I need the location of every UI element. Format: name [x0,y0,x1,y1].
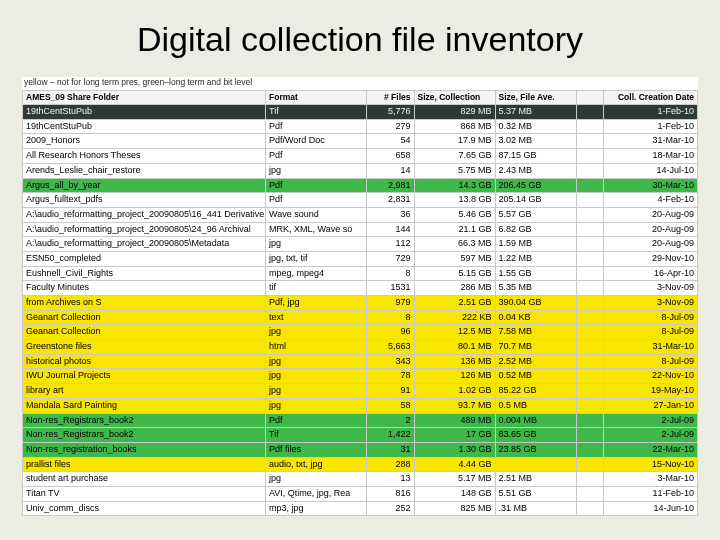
slide-title: Digital collection file inventory [22,20,698,59]
cell-size: 17.9 MB [414,134,495,149]
table-body: 19thCentStuPubTif5,776829 MB5.37 MB1-Feb… [23,105,698,516]
cell-files: 144 [367,222,414,237]
cell-date: 22-Nov-10 [603,369,698,384]
cell-format: Pdf [266,413,367,428]
cell-date: 20-Aug-09 [603,207,698,222]
cell-ave [495,457,576,472]
table-row: library artjpg911.02 GB85.22 GB19-May-10 [23,384,698,399]
cell-files: 658 [367,149,414,164]
cell-format: AVI, Qtime, jpg, Rea [266,486,367,501]
cell-format: Wave sound [266,207,367,222]
cell-name: Non-res_registration_books [23,442,266,457]
cell-blank [576,119,603,134]
cell-ave: 0.32 MB [495,119,576,134]
table-row: Titan TVAVI, Qtime, jpg, Rea816148 GB5.5… [23,486,698,501]
cell-format: jpg [266,398,367,413]
col-ave: Size, File Ave. [495,91,576,105]
table-row: Faculty Minutestif1531286 MB5.35 MB3-Nov… [23,281,698,296]
cell-name: Univ_comm_discs [23,501,266,516]
cell-size: 4.44 GB [414,457,495,472]
col-blank [576,91,603,105]
cell-files: 729 [367,251,414,266]
cell-ave: 1.59 MB [495,237,576,252]
cell-blank [576,266,603,281]
cell-size: 148 GB [414,486,495,501]
cell-ave: 390.04 GB [495,296,576,311]
cell-name: Geanart Collection [23,310,266,325]
cell-date: 3-Nov-09 [603,281,698,296]
cell-name: 2009_Honors [23,134,266,149]
cell-size: 80.1 MB [414,340,495,355]
cell-blank [576,237,603,252]
cell-date: 3-Mar-10 [603,472,698,487]
table-row: Argus_fulltext_pdfsPdf2,83113.8 GB205.14… [23,193,698,208]
col-files: # Files [367,91,414,105]
cell-size: 825 MB [414,501,495,516]
cell-name: Geanart Collection [23,325,266,340]
cell-date: 31-Mar-10 [603,134,698,149]
cell-blank [576,134,603,149]
table-row: Geanart Collectionjpg9612.5 MB7.58 MB8-J… [23,325,698,340]
cell-name: A:\audio_reformatting_project_20090805\M… [23,237,266,252]
cell-blank [576,193,603,208]
cell-size: 7.65 GB [414,149,495,164]
cell-format: Pdf [266,193,367,208]
table-row: Non-res_Registrars_book2Tif1,42217 GB83.… [23,428,698,443]
cell-name: Non-res_Registrars_book2 [23,428,266,443]
cell-format: jpg [266,472,367,487]
cell-date: 8-Jul-09 [603,310,698,325]
table-row: from Archives on SPdf, jpg9792.51 GB390.… [23,296,698,311]
cell-date: 8-Jul-09 [603,354,698,369]
cell-date: 1-Feb-10 [603,105,698,120]
cell-ave: 0.004 MB [495,413,576,428]
table-row: Non-res_registration_booksPdf files311.3… [23,442,698,457]
col-date: Coll. Creation Date [603,91,698,105]
cell-format: jpg [266,369,367,384]
cell-format: text [266,310,367,325]
cell-files: 8 [367,266,414,281]
cell-ave: 1.22 MB [495,251,576,266]
cell-date: 20-Aug-09 [603,237,698,252]
table-row: Arends_Leslie_chair_restorejpg145.75 MB2… [23,163,698,178]
cell-name: Arends_Leslie_chair_restore [23,163,266,178]
cell-files: 54 [367,134,414,149]
cell-size: 222 KB [414,310,495,325]
cell-blank [576,340,603,355]
cell-blank [576,369,603,384]
cell-format: MRK, XML, Wave so [266,222,367,237]
cell-date: 2-Jul-09 [603,413,698,428]
cell-blank [576,325,603,340]
cell-name: Greenstone files [23,340,266,355]
cell-ave: 1.55 GB [495,266,576,281]
cell-files: 78 [367,369,414,384]
cell-size: 136 MB [414,354,495,369]
cell-format: jpg, txt, tif [266,251,367,266]
cell-size: 5.46 GB [414,207,495,222]
cell-format: audio, txt, jpg [266,457,367,472]
table-row: historical photosjpg343136 MB2.52 MB8-Ju… [23,354,698,369]
cell-files: 58 [367,398,414,413]
cell-date: 16-Apr-10 [603,266,698,281]
cell-format: Pdf [266,149,367,164]
cell-blank [576,281,603,296]
table-header-row: AMES_09 Share Folder Format # Files Size… [23,91,698,105]
cell-ave: 70.7 MB [495,340,576,355]
cell-format: Pdf/Word Doc [266,134,367,149]
cell-name: historical photos [23,354,266,369]
cell-ave: 5.51 GB [495,486,576,501]
table-row: A:\audio_reformatting_project_20090805\2… [23,222,698,237]
cell-ave: 0.5 MB [495,398,576,413]
cell-size: 829 MB [414,105,495,120]
cell-format: Pdf files [266,442,367,457]
cell-blank [576,251,603,266]
cell-blank [576,163,603,178]
cell-size: 12.5 MB [414,325,495,340]
cell-files: 31 [367,442,414,457]
cell-files: 2 [367,413,414,428]
cell-size: 597 MB [414,251,495,266]
cell-size: 93.7 MB [414,398,495,413]
cell-size: 286 MB [414,281,495,296]
table-row: A:\audio_reformatting_project_20090805\M… [23,237,698,252]
cell-blank [576,354,603,369]
cell-format: Pdf [266,119,367,134]
